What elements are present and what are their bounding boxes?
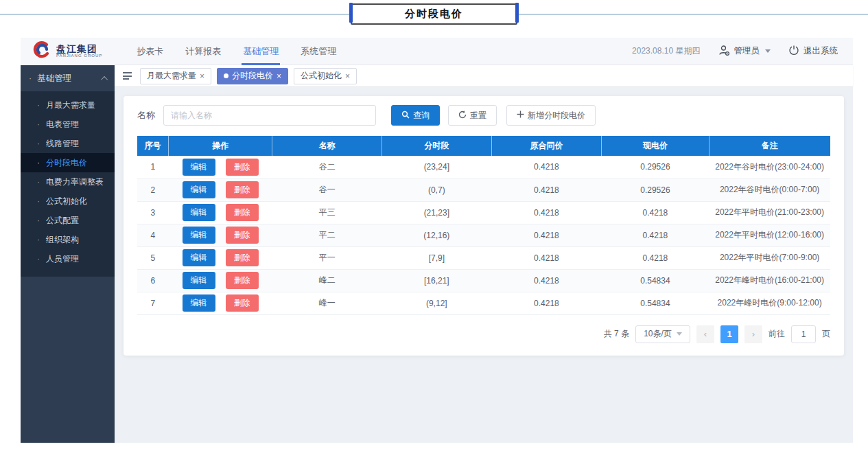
table-row: 3 编辑 删除 平三 (21,23] 0.4218 0.4218 2022年平时… [137,201,830,224]
app-body: · 基础管理 · 月最大需求量 · 电表管理 · 线路管理 · [21,65,853,443]
row-remark: 2022年峰时电价(16:00-21:00) [709,269,830,292]
nav-item-meter-card[interactable]: 抄表卡 [126,38,174,65]
name-search-input[interactable] [163,105,376,126]
tab-time-of-use-price[interactable]: 分时段电价 × [217,68,288,84]
row-period: (23,24] [382,156,492,178]
row-current-price: 0.29526 [602,178,709,201]
row-name: 平一 [272,246,382,269]
table-row: 2 编辑 删除 谷一 (0,7) 0.4218 0.29526 2022年谷时电… [137,178,830,201]
sidebar-root-label: 基础管理 [37,73,71,84]
reset-button[interactable]: 重置 [448,105,497,126]
edit-button[interactable]: 编辑 [183,272,215,289]
sidebar-item-label: 月最大需求量 [46,100,95,111]
delete-button[interactable]: 删除 [226,294,259,312]
row-index: 5 [137,246,168,269]
bullet-icon: · [37,216,40,225]
logout-button[interactable]: 退出系统 [788,45,838,58]
annotation-left-handle[interactable] [349,3,353,23]
row-actions: 编辑 删除 [168,246,272,269]
delete-button[interactable]: 删除 [226,181,259,198]
user-menu[interactable]: 管理员 [718,45,771,58]
row-index: 1 [137,156,168,178]
collapse-menu-icon[interactable] [123,72,132,80]
row-current-price: 0.29526 [602,156,709,178]
sidebar-item-power-factor-table[interactable]: · 电费力率调整表 [21,172,115,192]
row-remark: 2022年谷时电价(0:00-7:00) [709,178,830,201]
row-index: 4 [137,224,168,246]
tab-label: 公式初始化 [301,70,342,82]
sidebar-item-formula-init[interactable]: · 公式初始化 [21,192,115,211]
delete-button[interactable]: 删除 [226,272,259,289]
prev-page-button[interactable]: ‹ [696,325,714,343]
page-size-select[interactable]: 10条/页 [635,325,690,343]
sidebar-item-line-management[interactable]: · 线路管理 [21,134,115,153]
tab-monthly-max-demand[interactable]: 月最大需求量 × [140,68,211,84]
row-remark: 2022年平时电价(21:00-23:00) [709,201,830,224]
tabbar: 月最大需求量 × 分时段电价 × 公式初始化 × [115,65,853,87]
page-1-button[interactable]: 1 [720,325,738,343]
close-icon[interactable]: × [277,72,281,80]
sidebar-submenu: · 月最大需求量 · 电表管理 · 线路管理 · 分时段电价 · 电费力率调 [21,91,115,277]
goto-page-input[interactable] [791,325,816,343]
bullet-icon: · [37,158,40,167]
sidebar-item-label: 线路管理 [46,138,79,150]
row-period: (0,7) [382,178,492,201]
row-contract-price: 0.4218 [491,292,602,314]
sidebar-item-label: 公式配置 [46,215,79,227]
app-header: 盘江集团 PANJIANG GROUP 抄表卡 计算报表 基础管理 系统管理 2… [21,38,853,65]
row-remark: 2022年峰时电价(9:00-12:00) [709,292,830,314]
nav-item-system-management[interactable]: 系统管理 [290,38,347,65]
edit-button[interactable]: 编辑 [183,204,215,221]
power-icon [788,45,799,58]
row-index: 6 [137,269,168,292]
add-time-of-use-price-button[interactable]: 新增分时段电价 [506,105,596,126]
row-period: (12,16) [382,224,492,246]
sidebar-item-formula-config[interactable]: · 公式配置 [21,211,115,230]
col-actions: 操作 [168,136,272,156]
annotation-title: 分时段电价 [405,8,463,21]
sidebar-item-label: 组织架构 [46,234,79,246]
row-period: [16,21] [382,269,492,292]
edit-button[interactable]: 编辑 [183,181,215,198]
nav-item-reports[interactable]: 计算报表 [174,38,232,65]
edit-button[interactable]: 编辑 [183,227,215,244]
query-button[interactable]: 查询 [391,105,440,126]
edit-button[interactable]: 编辑 [183,294,215,312]
row-actions: 编辑 删除 [168,269,272,292]
top-nav: 抄表卡 计算报表 基础管理 系统管理 [126,38,347,65]
main-area: 月最大需求量 × 分时段电价 × 公式初始化 × 名称 [115,65,853,443]
sidebar-item-time-of-use-price[interactable]: · 分时段电价 [21,153,115,172]
sidebar-root-basic-management[interactable]: · 基础管理 [21,65,115,91]
plus-icon [517,111,524,120]
delete-button[interactable]: 删除 [226,249,259,266]
sidebar-item-personnel[interactable]: · 人员管理 [21,249,115,268]
table-header: 序号 操作 名称 分时段 原合同价 现电价 备注 [137,136,830,156]
bullet-icon: · [37,196,40,206]
search-icon [401,111,410,121]
row-current-price: 0.4218 [602,224,709,246]
logo[interactable]: 盘江集团 PANJIANG GROUP [33,41,102,62]
active-tab-dot [224,73,228,78]
current-date: 2023.08.10 星期四 [632,45,700,57]
edit-button[interactable]: 编辑 [183,249,215,266]
row-index: 2 [137,178,168,201]
sidebar-item-org-structure[interactable]: · 组织架构 [21,230,115,249]
nav-item-basic-management[interactable]: 基础管理 [232,38,290,65]
next-page-button[interactable]: › [744,325,762,343]
delete-button[interactable]: 删除 [226,159,259,176]
edit-button[interactable]: 编辑 [183,159,215,176]
annotation-right-handle[interactable] [515,3,519,23]
bullet-icon: · [37,254,40,264]
sidebar-item-monthly-max-demand[interactable]: · 月最大需求量 [21,95,115,115]
delete-button[interactable]: 删除 [226,204,259,221]
sidebar-item-label: 电费力率调整表 [46,176,104,188]
tab-formula-init[interactable]: 公式初始化 × [294,68,357,84]
col-index: 序号 [137,136,168,156]
delete-button[interactable]: 删除 [226,227,259,244]
close-icon[interactable]: × [200,72,204,80]
col-period: 分时段 [382,136,492,156]
chevron-down-icon [765,49,771,53]
sidebar-item-meter-management[interactable]: · 电表管理 [21,115,115,134]
close-icon[interactable]: × [345,72,350,80]
table-row: 4 编辑 删除 平二 (12,16) 0.4218 0.4218 2022年平时… [137,224,830,246]
